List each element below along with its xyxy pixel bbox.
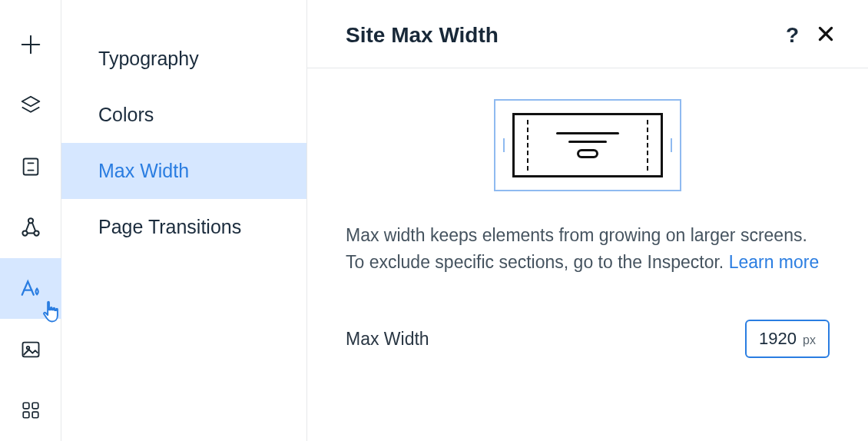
svg-rect-18	[32, 412, 38, 418]
cursor-hand-icon	[40, 300, 63, 329]
styles-icon	[19, 277, 42, 300]
preview-frame	[494, 99, 681, 191]
preview-handle-right	[671, 138, 672, 152]
svg-marker-2	[22, 97, 39, 107]
rail-apps[interactable]	[0, 380, 61, 441]
preview-pill	[577, 149, 598, 158]
rail-add[interactable]	[0, 14, 61, 75]
svg-line-9	[25, 223, 28, 231]
section-icon	[20, 156, 41, 177]
svg-line-10	[31, 223, 35, 231]
max-width-preview	[346, 99, 830, 191]
sidebar-item-label: Max Width	[98, 160, 189, 181]
description: Max width keeps elements from growing on…	[346, 222, 830, 275]
svg-rect-16	[32, 403, 38, 409]
sidebar-item-label: Typography	[98, 48, 199, 69]
svg-rect-15	[23, 403, 29, 409]
field-label: Max Width	[346, 329, 429, 350]
sidebar-item-colors[interactable]: Colors	[61, 87, 306, 143]
preview-line	[568, 141, 607, 143]
preview-box	[512, 113, 663, 177]
preview-handle-left	[503, 138, 505, 152]
layers-icon	[19, 94, 42, 117]
svg-rect-17	[23, 412, 29, 418]
svg-point-14	[26, 346, 29, 350]
plus-icon	[19, 33, 42, 56]
header-actions: ?	[786, 23, 836, 48]
panel-header: Site Max Width ?	[307, 0, 868, 68]
max-width-field: Max Width 1920 px	[346, 320, 830, 358]
sidebar-item-max-width[interactable]: Max Width	[61, 143, 306, 199]
help-icon[interactable]: ?	[786, 23, 799, 48]
grid-icon	[21, 400, 41, 420]
left-rail	[0, 0, 61, 441]
panel-body: Max width keeps elements from growing on…	[307, 68, 868, 389]
learn-more-link[interactable]: Learn more	[729, 252, 820, 272]
sidebar-item-label: Page Transitions	[98, 216, 241, 237]
rail-section[interactable]	[0, 136, 61, 197]
main-panel: Site Max Width ?	[307, 0, 868, 441]
max-width-unit: px	[803, 333, 816, 347]
rail-connections[interactable]	[0, 197, 61, 257]
rail-layers[interactable]	[0, 75, 61, 135]
max-width-input[interactable]: 1920 px	[745, 320, 830, 358]
svg-rect-13	[22, 342, 38, 356]
image-icon	[20, 339, 41, 360]
nodes-icon	[19, 216, 42, 239]
sidebar-item-typography[interactable]: Typography	[61, 31, 306, 87]
close-button[interactable]	[816, 24, 836, 47]
styles-sidebar: Typography Colors Max Width Page Transit…	[61, 0, 307, 441]
max-width-value: 1920	[759, 329, 797, 349]
close-icon	[816, 24, 836, 44]
preview-line	[556, 132, 619, 134]
svg-point-6	[28, 218, 32, 223]
svg-rect-3	[23, 158, 38, 174]
panel-title: Site Max Width	[346, 23, 499, 48]
sidebar-item-label: Colors	[98, 104, 154, 125]
rail-styles[interactable]	[0, 258, 61, 319]
sidebar-item-page-transitions[interactable]: Page Transitions	[61, 199, 306, 255]
